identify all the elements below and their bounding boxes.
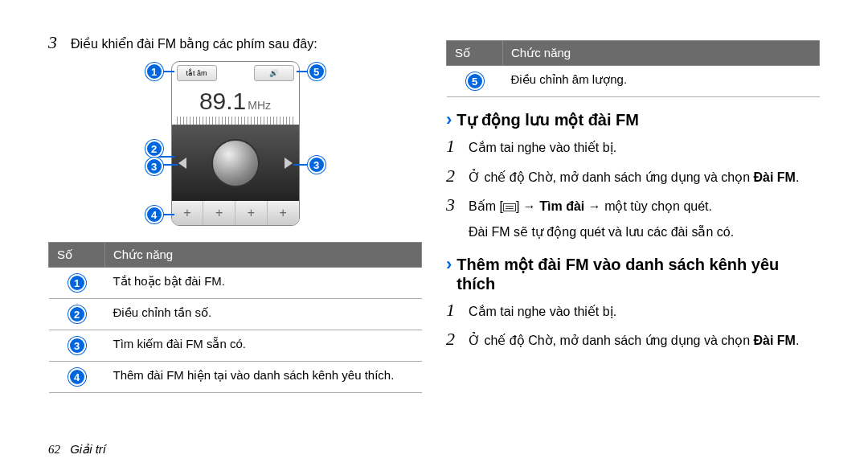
row-number-icon: 1	[68, 274, 86, 292]
step-number: 1	[446, 136, 469, 157]
col-header-function: Chức năng	[105, 243, 422, 268]
step-text: Bấm [] → Tìm đài → một tùy chọn quét.	[469, 198, 712, 215]
heading-text: Tự động lưu một đài FM	[457, 110, 639, 129]
heading-text: Thêm một đài FM vào danh sách kênh yêu t…	[457, 255, 820, 293]
frequency-unit: MHz	[248, 99, 271, 112]
frequency-ruler	[177, 117, 294, 125]
intro-text: Điều khiển đài FM bằng các phím sau đây:	[71, 35, 317, 53]
volume-button: 🔊	[254, 65, 294, 81]
table-row: 5Điều chỉnh âm lượng.	[447, 66, 820, 97]
step-text: Cắm tai nghe vào thiết bị.	[469, 303, 616, 321]
row-text: Điều chỉnh tần số.	[105, 299, 422, 330]
step: 1 Cắm tai nghe vào thiết bị.	[446, 300, 820, 321]
favorites-row: ++++	[172, 201, 299, 225]
function-table-left: Số Chức năng 1Tắt hoặc bật đài FM. 2Điều…	[48, 242, 422, 393]
callout-5: 5	[308, 63, 326, 80]
fm-radio-illustration: tắt âm 🔊 89.1MHz ++++ 1	[155, 61, 316, 226]
tuning-dial-area	[172, 125, 299, 201]
step-number: 3	[48, 32, 71, 53]
step-text: Cắm tai nghe vào thiết bị.	[469, 139, 616, 157]
step: 2 Ở chế độ Chờ, mở danh sách ứng dụng và…	[446, 166, 820, 186]
seek-left-icon	[178, 158, 186, 169]
seek-right-icon	[285, 158, 293, 169]
step-number: 2	[446, 329, 469, 350]
page-footer: 62 Giải trí	[48, 442, 106, 457]
mute-button: tắt âm	[177, 65, 217, 81]
step: 1 Cắm tai nghe vào thiết bị.	[446, 136, 820, 157]
row-text: Thêm đài FM hiện tại vào danh sách kênh …	[105, 362, 422, 393]
row-number-icon: 3	[68, 337, 86, 354]
table-row: 2Điều chỉnh tần số.	[49, 299, 422, 330]
step: 3 Bấm [] → Tìm đài → một tùy chọn quét.	[446, 195, 820, 215]
callout-2: 2	[145, 140, 163, 158]
note: Đài FM sẽ tự động quét và lưu các đài sẵ…	[446, 223, 820, 241]
col-header-number: Số	[49, 243, 105, 268]
callout-4: 4	[145, 206, 163, 223]
chevron-icon: ›	[446, 110, 452, 129]
frequency-display: 89.1MHz	[172, 84, 299, 117]
intro-step: 3 Điều khiển đài FM bằng các phím sau đâ…	[48, 32, 422, 53]
chevron-icon: ›	[446, 255, 452, 274]
table-row: 4Thêm đài FM hiện tại vào danh sách kênh…	[49, 362, 422, 393]
row-number-icon: 2	[68, 305, 86, 323]
row-text: Tìm kiếm đài FM sẵn có.	[105, 330, 422, 362]
step: 2 Ở chế độ Chờ, mở danh sách ứng dụng và…	[446, 329, 820, 350]
step-text: Ở chế độ Chờ, mở danh sách ứng dụng và c…	[469, 332, 799, 350]
row-text: Tắt hoặc bật đài FM.	[105, 268, 422, 299]
tuning-dial	[211, 139, 260, 187]
step-number: 2	[446, 166, 469, 186]
section-name: Giải trí	[70, 442, 106, 456]
step-number: 3	[446, 195, 469, 215]
page-number: 62	[48, 443, 60, 456]
row-number-icon: 5	[466, 72, 484, 90]
section-heading-auto-save: › Tự động lưu một đài FM	[446, 110, 820, 129]
callout-3-right: 3	[308, 156, 326, 174]
step-number: 1	[446, 300, 469, 321]
table-row: 1Tắt hoặc bật đài FM.	[49, 268, 422, 299]
callout-3-left: 3	[145, 158, 163, 175]
function-table-right: Số Chức năng 5Điều chỉnh âm lượng.	[446, 40, 820, 97]
frequency-number: 89.1	[199, 88, 246, 114]
menu-icon	[503, 203, 516, 211]
add-favorite-icon: +	[172, 201, 204, 225]
col-header-number: Số	[447, 41, 503, 66]
step-text: Ở chế độ Chờ, mở danh sách ứng dụng và c…	[469, 169, 799, 186]
callout-1: 1	[145, 63, 163, 80]
note-text: Đài FM sẽ tự động quét và lưu các đài sẵ…	[469, 223, 734, 241]
col-header-function: Chức năng	[503, 41, 820, 66]
table-row: 3Tìm kiếm đài FM sẵn có.	[49, 330, 422, 362]
row-number-icon: 4	[68, 368, 86, 386]
row-text: Điều chỉnh âm lượng.	[503, 66, 820, 97]
section-heading-add-favorite: › Thêm một đài FM vào danh sách kênh yêu…	[446, 255, 820, 293]
